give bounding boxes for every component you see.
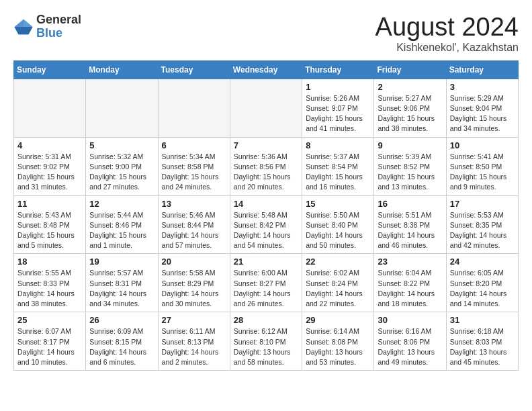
svg-marker-1 [24,19,33,27]
day-info: Sunrise: 5:58 AM Sunset: 8:29 PM Dayligh… [162,268,226,309]
calendar-week-5: 25Sunrise: 6:07 AM Sunset: 8:17 PM Dayli… [14,312,519,371]
day-number: 26 [89,315,154,325]
day-number: 24 [450,257,515,267]
weekday-header-saturday: Saturday [446,60,518,79]
calendar-cell: 18Sunrise: 5:55 AM Sunset: 8:33 PM Dayli… [14,254,86,312]
calendar-week-3: 11Sunrise: 5:43 AM Sunset: 8:48 PM Dayli… [14,195,519,254]
day-number: 27 [162,315,226,325]
calendar-cell: 25Sunrise: 6:07 AM Sunset: 8:17 PM Dayli… [14,312,86,371]
location-subtitle: Kishkenekol', Kazakhstan [375,42,519,54]
calendar-header: SundayMondayTuesdayWednesdayThursdayFrid… [14,60,519,79]
day-info: Sunrise: 6:00 AM Sunset: 8:27 PM Dayligh… [234,268,298,309]
weekday-header-thursday: Thursday [302,60,374,79]
day-info: Sunrise: 6:05 AM Sunset: 8:20 PM Dayligh… [450,268,515,309]
calendar-cell: 31Sunrise: 6:18 AM Sunset: 8:03 PM Dayli… [446,312,518,371]
day-info: Sunrise: 6:12 AM Sunset: 8:10 PM Dayligh… [234,326,298,367]
day-info: Sunrise: 5:34 AM Sunset: 8:58 PM Dayligh… [162,152,226,193]
day-info: Sunrise: 5:50 AM Sunset: 8:40 PM Dayligh… [306,210,370,251]
day-info: Sunrise: 5:36 AM Sunset: 8:56 PM Dayligh… [234,152,298,193]
day-number: 20 [162,257,226,267]
calendar-cell: 5Sunrise: 5:32 AM Sunset: 9:00 PM Daylig… [86,137,158,195]
day-number: 30 [378,315,442,325]
day-info: Sunrise: 6:18 AM Sunset: 8:03 PM Dayligh… [450,326,515,367]
day-number: 4 [17,140,82,150]
month-year-title: August 2024 [375,13,519,42]
calendar-cell: 24Sunrise: 6:05 AM Sunset: 8:20 PM Dayli… [446,254,518,312]
day-info: Sunrise: 5:57 AM Sunset: 8:31 PM Dayligh… [89,268,154,309]
calendar-cell: 17Sunrise: 5:53 AM Sunset: 8:35 PM Dayli… [446,195,518,254]
weekday-header-friday: Friday [374,60,446,79]
calendar-cell [158,79,230,137]
logo-blue-text: Blue [36,27,81,40]
day-number: 23 [378,257,442,267]
calendar-body: 1Sunrise: 5:26 AM Sunset: 9:07 PM Daylig… [14,79,519,370]
calendar-cell: 1Sunrise: 5:26 AM Sunset: 9:07 PM Daylig… [302,79,374,137]
calendar-cell: 6Sunrise: 5:34 AM Sunset: 8:58 PM Daylig… [158,137,230,195]
day-number: 9 [378,140,442,150]
weekday-header-row: SundayMondayTuesdayWednesdayThursdayFrid… [14,60,519,79]
weekday-header-monday: Monday [86,60,158,79]
day-number: 1 [306,82,370,92]
day-info: Sunrise: 6:09 AM Sunset: 8:15 PM Dayligh… [89,326,154,367]
day-number: 12 [89,199,154,209]
day-number: 5 [89,140,154,150]
calendar-cell [14,79,86,137]
calendar-cell: 27Sunrise: 6:11 AM Sunset: 8:13 PM Dayli… [158,312,230,371]
calendar-cell [86,79,158,137]
day-info: Sunrise: 6:02 AM Sunset: 8:24 PM Dayligh… [306,268,370,309]
day-number: 16 [378,199,442,209]
day-number: 25 [17,315,82,325]
day-info: Sunrise: 5:51 AM Sunset: 8:38 PM Dayligh… [378,210,442,251]
day-info: Sunrise: 5:29 AM Sunset: 9:04 PM Dayligh… [450,93,515,134]
calendar-cell: 19Sunrise: 5:57 AM Sunset: 8:31 PM Dayli… [86,254,158,312]
day-number: 31 [450,315,515,325]
calendar-cell: 8Sunrise: 5:37 AM Sunset: 8:54 PM Daylig… [302,137,374,195]
svg-marker-2 [15,27,33,34]
calendar-cell: 13Sunrise: 5:46 AM Sunset: 8:44 PM Dayli… [158,195,230,254]
calendar-cell: 16Sunrise: 5:51 AM Sunset: 8:38 PM Dayli… [374,195,446,254]
day-number: 8 [306,140,370,150]
day-number: 2 [378,82,442,92]
day-info: Sunrise: 6:11 AM Sunset: 8:13 PM Dayligh… [162,326,226,367]
logo: General Blue [13,13,81,40]
day-info: Sunrise: 6:04 AM Sunset: 8:22 PM Dayligh… [378,268,442,309]
day-info: Sunrise: 5:53 AM Sunset: 8:35 PM Dayligh… [450,210,515,251]
calendar-cell: 2Sunrise: 5:27 AM Sunset: 9:06 PM Daylig… [374,79,446,137]
day-number: 6 [162,140,226,150]
day-number: 22 [306,257,370,267]
calendar-cell: 23Sunrise: 6:04 AM Sunset: 8:22 PM Dayli… [374,254,446,312]
calendar-cell: 14Sunrise: 5:48 AM Sunset: 8:42 PM Dayli… [230,195,302,254]
day-number: 18 [17,257,82,267]
logo-general-text: General [36,13,81,27]
calendar-cell: 28Sunrise: 6:12 AM Sunset: 8:10 PM Dayli… [230,312,302,371]
calendar-cell: 10Sunrise: 5:41 AM Sunset: 8:50 PM Dayli… [446,137,518,195]
calendar-table: SundayMondayTuesdayWednesdayThursdayFrid… [13,60,519,371]
day-info: Sunrise: 5:41 AM Sunset: 8:50 PM Dayligh… [450,152,515,193]
day-info: Sunrise: 5:44 AM Sunset: 8:46 PM Dayligh… [89,210,154,251]
day-number: 14 [234,199,298,209]
day-number: 7 [234,140,298,150]
calendar-cell: 26Sunrise: 6:09 AM Sunset: 8:15 PM Dayli… [86,312,158,371]
calendar-week-4: 18Sunrise: 5:55 AM Sunset: 8:33 PM Dayli… [14,254,519,312]
day-info: Sunrise: 6:16 AM Sunset: 8:06 PM Dayligh… [378,326,442,367]
calendar-cell: 3Sunrise: 5:29 AM Sunset: 9:04 PM Daylig… [446,79,518,137]
calendar-cell: 29Sunrise: 6:14 AM Sunset: 8:08 PM Dayli… [302,312,374,371]
day-info: Sunrise: 5:31 AM Sunset: 9:02 PM Dayligh… [17,152,82,193]
day-number: 13 [162,199,226,209]
weekday-header-sunday: Sunday [14,60,86,79]
day-number: 29 [306,315,370,325]
calendar-cell: 11Sunrise: 5:43 AM Sunset: 8:48 PM Dayli… [14,195,86,254]
day-info: Sunrise: 5:32 AM Sunset: 9:00 PM Dayligh… [89,152,154,193]
day-number: 3 [450,82,515,92]
day-number: 21 [234,257,298,267]
page-header: General Blue August 2024 Kishkenekol', K… [13,13,519,54]
day-number: 19 [89,257,154,267]
day-number: 15 [306,199,370,209]
weekday-header-tuesday: Tuesday [158,60,230,79]
day-info: Sunrise: 5:48 AM Sunset: 8:42 PM Dayligh… [234,210,298,251]
day-number: 10 [450,140,515,150]
calendar-week-1: 1Sunrise: 5:26 AM Sunset: 9:07 PM Daylig… [14,79,519,137]
calendar-cell: 20Sunrise: 5:58 AM Sunset: 8:29 PM Dayli… [158,254,230,312]
logo-text: General Blue [36,13,81,40]
calendar-cell: 9Sunrise: 5:39 AM Sunset: 8:52 PM Daylig… [374,137,446,195]
